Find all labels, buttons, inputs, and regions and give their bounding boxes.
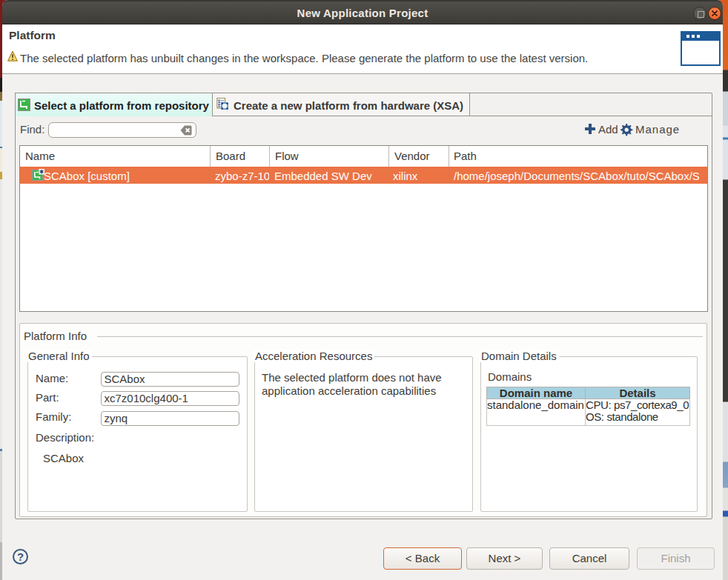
svg-text:Add: Add — [598, 123, 618, 136]
svg-text:Manage: Manage — [635, 123, 680, 136]
